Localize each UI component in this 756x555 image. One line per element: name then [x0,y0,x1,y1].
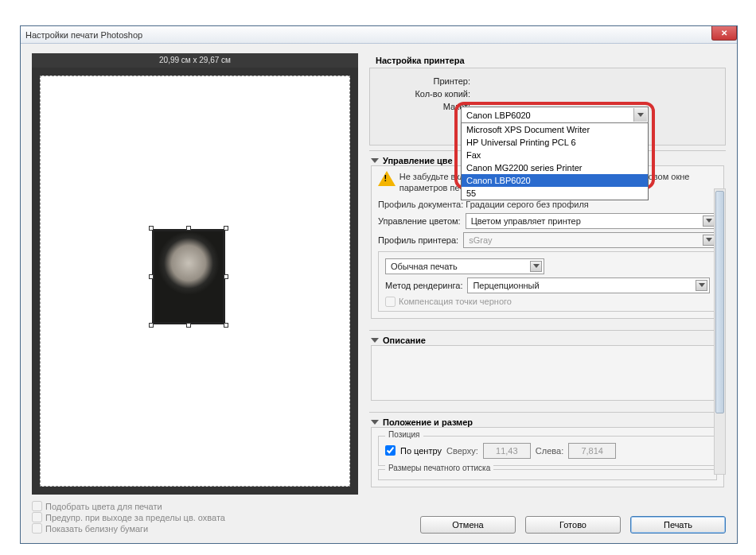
close-button[interactable]: ✕ [711,26,737,41]
chevron-down-icon [703,235,715,246]
color-handling-label: Управление цветом: [378,216,461,226]
chevron-down-icon [696,280,707,291]
scaled-size-group: Размеры печатного оттиска [378,469,717,480]
printer-setup-title: Настройка принтера [369,53,726,68]
top-input [483,443,531,459]
left-input [568,443,616,459]
match-colors-checkbox [32,501,42,511]
preview-page[interactable] [40,76,350,487]
printer-option[interactable]: Fax [462,149,648,161]
left-label: Слева: [536,446,563,456]
center-checkbox[interactable] [385,445,396,456]
chevron-down-icon [703,215,715,227]
printer-dropdown-list[interactable]: Microsoft XPS Document Writer HP Univers… [461,123,649,200]
print-button[interactable]: Печать [630,516,726,534]
print-mode-select[interactable]: Обычная печать [385,258,544,274]
doc-profile-label: Профиль документа: [378,200,463,209]
preview-pane: 20,99 см x 29,67 см [32,53,358,495]
printer-profile-label: Профиль принтера: [378,235,458,245]
titlebar[interactable]: Настройки печати Photoshop ✕ [21,26,737,44]
position-group: Позиция По центру Сверху: Слева: [378,436,717,466]
position-body: Позиция По центру Сверху: Слева: Размеры… [371,427,724,487]
doc-profile-value: Градации серого без профиля [466,200,588,209]
top-label: Сверху: [446,446,478,456]
printer-select[interactable]: Canon LBP6020 [461,107,649,123]
scrollbar-thumb[interactable] [715,191,724,413]
printer-option[interactable]: Canon MG2200 series Printer [462,161,648,174]
rendering-group: Обычная печать Метод рендеринга: Перцепц… [378,251,717,312]
description-section: Описание [369,330,726,407]
preview-options: Подобрать цвета для печати Предупр. при … [32,500,358,534]
printer-option-selected[interactable]: Canon LBP6020 [462,174,648,187]
content: 20,99 см x 29,67 см Подобрать цвета для … [21,44,737,543]
position-header[interactable]: Положение и размер [371,417,724,427]
gamut-warning-label: Предупр. при выходе за пределы цв. охват… [45,513,225,522]
center-label: По центру [400,446,442,456]
position-legend: Позиция [385,430,423,439]
bpc-checkbox [385,297,396,307]
description-body [371,345,724,401]
printer-option[interactable]: Microsoft XPS Document Writer [462,123,648,136]
collapse-icon [371,158,379,163]
gamut-warning-checkbox [32,512,42,522]
paper-white-label: Показать белизну бумаги [45,524,148,534]
match-colors-label: Подобрать цвета для печати [45,502,162,511]
collapse-icon [371,338,379,343]
position-section: Положение и размер Позиция По центру Све… [369,412,726,494]
collapse-icon [371,420,379,425]
scaled-size-legend: Размеры печатного оттиска [385,464,493,472]
paper-white-checkbox [32,523,42,534]
preview-image[interactable] [152,229,225,324]
cancel-button[interactable]: Отмена [420,516,516,534]
button-bar: Отмена Готово Печать [420,516,726,534]
print-dialog: Настройки печати Photoshop ✕ 20,99 см x … [20,25,738,544]
warning-icon [378,171,393,187]
bpc-label: Компенсация точки черного [399,297,512,306]
scrollbar[interactable] [714,188,726,475]
chevron-down-icon [530,261,542,272]
done-button[interactable]: Готово [525,516,621,534]
rendering-intent-label: Метод рендеринга: [385,281,462,290]
chevron-down-icon [633,108,647,122]
page-dimensions: 20,99 см x 29,67 см [32,53,358,68]
description-header[interactable]: Описание [371,336,724,345]
copies-label: Кол-во копий: [376,89,470,99]
printer-option[interactable]: HP Universal Printing PCL 6 [462,136,648,149]
color-handling-select[interactable]: Цветом управляет принтер [466,213,717,229]
rendering-intent-select[interactable]: Перцепционный [467,278,710,293]
printer-dropdown: Canon LBP6020 Microsoft XPS Document Wri… [461,107,649,200]
printer-label: Принтер: [376,76,470,86]
printer-profile-select: sGray [463,232,717,248]
preview-background [32,68,358,495]
window-title: Настройки печати Photoshop [25,30,142,40]
printer-option[interactable]: 55 [462,187,648,200]
